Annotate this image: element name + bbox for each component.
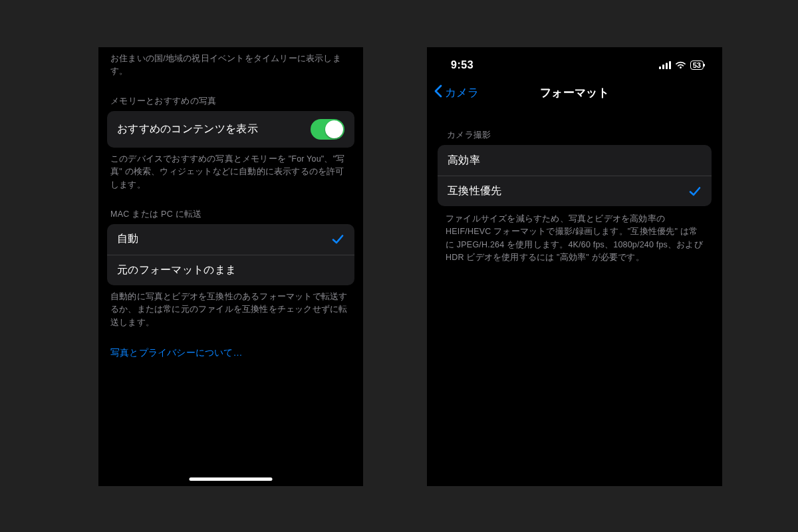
photos-privacy-link: 写真とプライバシーについて… <box>110 347 243 358</box>
nav-bar: カメラ フォーマット <box>427 78 722 107</box>
format-option-label: 互換性優先 <box>448 184 502 198</box>
chevron-left-icon <box>434 84 442 101</box>
svg-rect-0 <box>659 66 661 69</box>
transfer-option-label: 元のフォーマットのまま <box>117 263 236 277</box>
format-option-high-efficiency[interactable]: 高効率 <box>438 145 712 176</box>
status-bar: 9:53 53 <box>427 47 722 78</box>
camera-capture-header: カメラ撮影 <box>427 107 722 145</box>
home-indicator[interactable] <box>190 477 273 481</box>
svg-rect-1 <box>662 65 664 69</box>
holiday-events-footer: お住まいの国/地域の祝日イベントをタイムリーに表示します。 <box>98 47 363 84</box>
nav-title: フォーマット <box>540 85 609 100</box>
transfer-option-auto[interactable]: 自動 <box>107 224 354 255</box>
camera-formats-screen: 9:53 53 <box>427 47 722 486</box>
status-time: 9:53 <box>451 59 473 71</box>
photos-privacy-link-row[interactable]: 写真とプライバシーについて… <box>98 334 363 371</box>
photos-settings-screen: お住まいの国/地域の祝日イベントをタイムリーに表示します。 メモリーとおすすめの… <box>98 47 363 486</box>
wifi-icon <box>675 61 686 69</box>
transfer-section-header: MAC または PC に転送 <box>98 197 363 224</box>
transfer-group: 自動 元のフォーマットのまま <box>107 224 354 285</box>
show-featured-content-row[interactable]: おすすめのコンテンツを表示 <box>107 111 354 148</box>
transfer-footer: 自動的に写真とビデオを互換性のあるフォーマットで転送するか、または常に元のファイ… <box>98 285 363 334</box>
capture-format-footer: ファイルサイズを減らすため、写真とビデオを高効率の HEIF/HEVC フォーマ… <box>427 206 722 271</box>
show-featured-label: おすすめのコンテンツを表示 <box>117 122 258 136</box>
checkmark-icon <box>331 233 344 246</box>
capture-format-group: 高効率 互換性優先 <box>438 145 712 206</box>
format-option-label: 高効率 <box>448 154 480 168</box>
cellular-signal-icon <box>659 61 671 69</box>
svg-rect-3 <box>669 61 671 69</box>
memories-group: おすすめのコンテンツを表示 <box>107 111 354 148</box>
memories-footer: このデバイスでおすすめの写真とメモリーを "For You"、"写真" の検索、… <box>98 148 363 197</box>
back-button[interactable]: カメラ <box>434 84 479 101</box>
svg-rect-2 <box>666 63 668 70</box>
memories-section-header: メモリーとおすすめの写真 <box>98 84 363 111</box>
back-label: カメラ <box>445 85 479 100</box>
status-indicators: 53 <box>659 61 704 70</box>
transfer-option-label: 自動 <box>117 232 139 246</box>
transfer-option-original[interactable]: 元のフォーマットのまま <box>107 255 354 285</box>
show-featured-toggle[interactable] <box>311 119 344 140</box>
checkmark-icon <box>688 185 702 198</box>
battery-indicator: 53 <box>690 61 704 70</box>
toggle-knob <box>325 120 343 138</box>
format-option-most-compatible[interactable]: 互換性優先 <box>438 176 712 206</box>
